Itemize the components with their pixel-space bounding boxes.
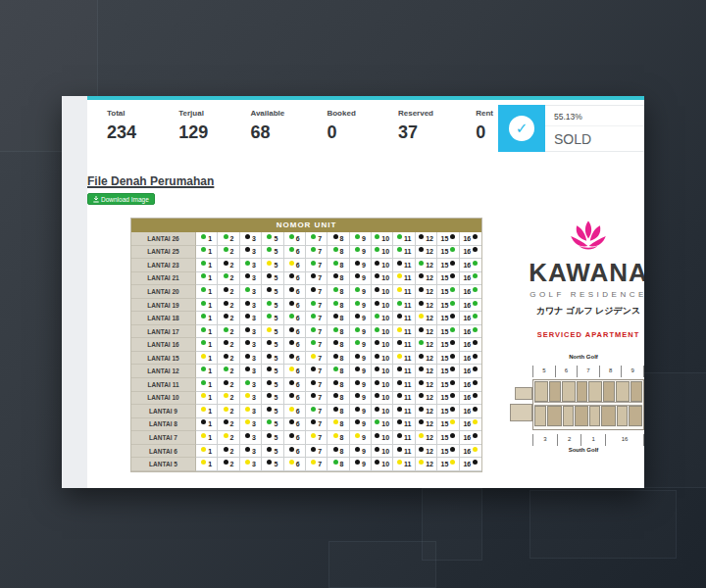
floorplan-room bbox=[601, 406, 616, 426]
status-dot-terjual-sold bbox=[224, 287, 228, 292]
plan-north-label: North Golf bbox=[508, 354, 644, 360]
unit-number: 15 bbox=[441, 302, 449, 309]
unit-number: 12 bbox=[426, 448, 433, 455]
unit-cell: 15 bbox=[437, 299, 459, 313]
unit-cell: 11 bbox=[393, 272, 415, 286]
unit-number: 7 bbox=[318, 235, 322, 242]
stat-label: Reserved bbox=[398, 109, 433, 118]
status-dot-terjual-sold bbox=[289, 301, 294, 306]
unit-cell: 16 bbox=[460, 445, 481, 459]
unit-cell: 1 bbox=[196, 365, 218, 378]
unit-number: 10 bbox=[381, 274, 389, 281]
unit-cell: 10 bbox=[372, 405, 393, 418]
unit-cell: 12 bbox=[416, 246, 437, 260]
status-dot-terjual-sold bbox=[419, 327, 424, 332]
unit-number: 2 bbox=[230, 315, 234, 321]
unit-number: 15 bbox=[441, 315, 449, 321]
status-dot-terjual-sold bbox=[289, 447, 294, 452]
status-dot-terjual-sold bbox=[289, 354, 294, 359]
unit-cell: 1 bbox=[196, 431, 218, 445]
download-image-button[interactable]: Download Image bbox=[87, 193, 155, 205]
status-dot-available bbox=[201, 327, 206, 332]
status-dot-available bbox=[375, 327, 379, 332]
unit-cell: 16 bbox=[460, 312, 481, 325]
unit-number: 7 bbox=[318, 355, 322, 362]
unit-number: 12 bbox=[426, 434, 433, 441]
floorplan-drawing bbox=[532, 379, 644, 430]
status-dot-available bbox=[245, 261, 250, 266]
status-dot-available bbox=[267, 301, 272, 306]
status-dot-terjual-sold bbox=[267, 447, 272, 452]
unit-number: 6 bbox=[296, 394, 300, 401]
floorplan-room bbox=[577, 381, 587, 402]
unit-number: 9 bbox=[362, 461, 366, 467]
unit-cell: 3 bbox=[240, 418, 262, 432]
unit-number: 15 bbox=[441, 420, 449, 427]
unit-cell: 16 bbox=[460, 299, 481, 313]
unit-cell: 11 bbox=[393, 431, 415, 445]
unit-number: 3 bbox=[252, 381, 256, 388]
stat-label: Booked bbox=[327, 109, 355, 118]
status-dot-terjual-sold bbox=[375, 354, 379, 359]
unit-number: 6 bbox=[296, 341, 300, 348]
unit-number: 9 bbox=[362, 420, 366, 427]
unit-number: 16 bbox=[463, 434, 471, 441]
status-dot-terjual-sold bbox=[419, 447, 424, 452]
status-dot-terjual-sold bbox=[333, 407, 338, 412]
unit-cell: 8 bbox=[328, 246, 349, 260]
floor-row: LANTAI 26123567891011121516 bbox=[131, 232, 481, 246]
plan-number: 16 bbox=[605, 434, 644, 446]
unit-cell: 15 bbox=[437, 246, 459, 260]
status-dot-terjual-sold bbox=[397, 340, 402, 345]
unit-number: 7 bbox=[318, 434, 322, 441]
unit-cell: 15 bbox=[437, 352, 459, 366]
unit-cell: 6 bbox=[284, 365, 306, 378]
unit-cell: 10 bbox=[372, 458, 393, 471]
unit-cell: 1 bbox=[196, 392, 218, 406]
status-dot-available bbox=[333, 460, 338, 465]
unit-number: 2 bbox=[230, 248, 234, 255]
unit-cell: 16 bbox=[460, 378, 481, 392]
unit-cell: 16 bbox=[460, 392, 481, 406]
unit-cell: 15 bbox=[437, 431, 459, 445]
status-dot-available bbox=[397, 301, 402, 306]
unit-number: 7 bbox=[318, 288, 322, 295]
unit-cell: 2 bbox=[218, 299, 239, 313]
unit-number: 5 bbox=[274, 420, 277, 427]
status-dot-terjual-sold bbox=[473, 367, 478, 371]
unit-number: 8 bbox=[340, 302, 344, 309]
unit-cell: 3 bbox=[240, 392, 262, 406]
background-blueprint-rect bbox=[422, 488, 482, 561]
unit-number: 11 bbox=[404, 248, 411, 255]
status-dot-terjual-sold bbox=[450, 314, 455, 318]
status-dot-available bbox=[201, 301, 206, 306]
status-dot-reserved bbox=[267, 327, 272, 332]
floor-label: LANTAI 21 bbox=[131, 272, 196, 286]
unit-number: 7 bbox=[318, 262, 322, 269]
unit-number: 16 bbox=[463, 341, 471, 348]
floorplan-wing bbox=[510, 404, 532, 421]
unit-number: 5 bbox=[274, 302, 277, 309]
unit-number: 1 bbox=[208, 341, 212, 348]
floor-label: LANTAI 8 bbox=[131, 418, 196, 432]
status-dot-reserved bbox=[450, 419, 455, 424]
unit-cell: 12 bbox=[416, 312, 437, 325]
unit-number: 7 bbox=[318, 248, 322, 255]
status-dot-available bbox=[224, 273, 228, 278]
unit-cell: 3 bbox=[240, 338, 262, 352]
plan-number: 7 bbox=[577, 366, 599, 377]
unit-number: 9 bbox=[362, 315, 366, 321]
unit-number: 15 bbox=[441, 461, 449, 467]
status-dot-terjual-sold bbox=[224, 354, 228, 359]
unit-cell: 6 bbox=[284, 418, 306, 432]
status-dot-available bbox=[355, 301, 360, 306]
status-dot-terjual-sold bbox=[419, 247, 424, 252]
unit-cell: 1 bbox=[196, 259, 218, 272]
status-dot-terjual-sold bbox=[289, 419, 294, 424]
sold-percentage-widget: ✓ 55.13% SOLD bbox=[498, 105, 644, 152]
unit-number: 11 bbox=[404, 355, 411, 362]
unit-number: 9 bbox=[362, 408, 366, 415]
unit-cell: 10 bbox=[372, 299, 393, 313]
floor-label: LANTAI 5 bbox=[131, 458, 196, 471]
status-dot-terjual-sold bbox=[355, 273, 360, 278]
